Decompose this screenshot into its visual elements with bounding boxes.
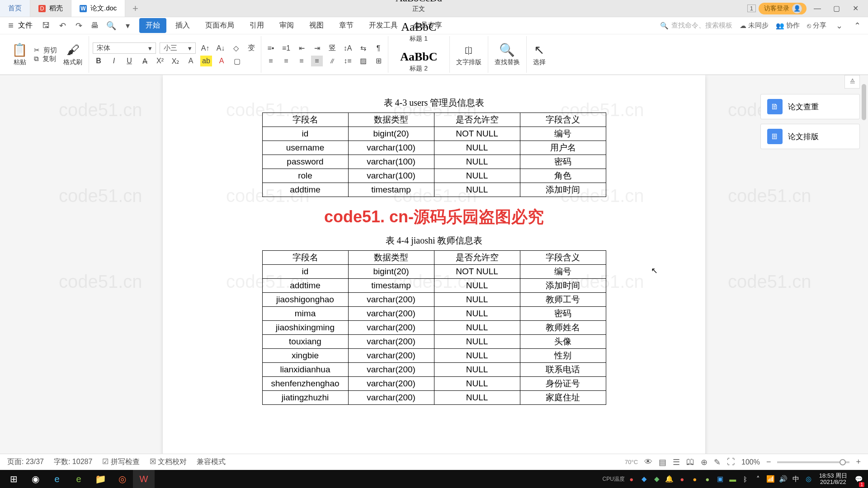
volume-icon[interactable]: 🔊	[778, 475, 789, 483]
zoom-slider[interactable]	[777, 461, 849, 463]
document-area[interactable]: code51.cncode51.cncode51.cncode51.cncode…	[0, 75, 868, 466]
tray-icon[interactable]: ◎	[803, 475, 815, 483]
strike-button[interactable]: A̶	[139, 56, 151, 66]
eye-icon[interactable]: 👁	[644, 457, 652, 467]
taskview-button[interactable]: ◉	[24, 470, 46, 488]
tray-icon[interactable]: ▬	[727, 475, 739, 483]
ime-icon[interactable]: 中	[790, 475, 802, 483]
undo-icon[interactable]: ↶	[57, 21, 68, 31]
tray-icon[interactable]: ●	[676, 475, 688, 483]
font-color-button[interactable]: A	[216, 56, 227, 66]
edge-icon[interactable]: e	[68, 470, 90, 488]
distribute-button[interactable]: ⫽	[326, 56, 338, 66]
tab-insert[interactable]: 插入	[169, 18, 196, 33]
zoom-value[interactable]: 100%	[741, 458, 760, 466]
tab-reference[interactable]: 引用	[243, 18, 270, 33]
collapse-ribbon-icon[interactable]: ⌃	[852, 21, 863, 31]
highlight-button[interactable]: ab	[200, 56, 212, 66]
tab-review[interactable]: 审阅	[273, 18, 300, 33]
grow-font-icon[interactable]: A↑	[199, 43, 211, 54]
explorer-icon[interactable]: 📁	[90, 470, 111, 488]
bullets-button[interactable]: ≡•	[265, 43, 277, 54]
text-direction-button[interactable]: ⎅文字排版	[453, 41, 484, 68]
justify-button[interactable]: ≡	[311, 56, 323, 66]
ie-icon[interactable]: e	[46, 470, 68, 488]
window-number[interactable]: 1	[747, 5, 756, 12]
status-words[interactable]: 字数: 10287	[54, 457, 92, 467]
close-button[interactable]: ✕	[847, 0, 863, 17]
redo-icon[interactable]: ↷	[73, 21, 84, 31]
pen-icon[interactable]: ✎	[714, 457, 721, 467]
tray-icon[interactable]: ●	[626, 475, 637, 483]
select-button[interactable]: ↖选择	[530, 41, 548, 68]
coop-button[interactable]: 👥协作	[776, 21, 800, 30]
increase-indent-button[interactable]: ⇥	[311, 43, 323, 54]
status-proof[interactable]: ☒ 文档校对	[150, 457, 187, 467]
borders-button[interactable]: ⊞	[373, 56, 384, 66]
format-brush-button[interactable]: 🖌格式刷	[61, 41, 85, 68]
asian-layout-button[interactable]: 竖	[326, 43, 338, 54]
shrink-font-icon[interactable]: A↓	[215, 43, 226, 54]
clock[interactable]: 18:53 周日2021/8/22	[816, 473, 851, 486]
side-paiban[interactable]: 🗏论文排版	[760, 124, 860, 149]
tab-start[interactable]: 开始	[139, 18, 166, 33]
vertical-scrollbar[interactable]	[861, 75, 867, 450]
notification-button[interactable]: 💬1	[852, 470, 865, 488]
start-button[interactable]: ⊞	[3, 470, 24, 488]
web-view-icon[interactable]: ⊕	[701, 457, 708, 467]
tab-pagelayout[interactable]: 页面布局	[199, 18, 241, 33]
decrease-indent-button[interactable]: ⇤	[296, 43, 307, 54]
read-view-icon[interactable]: 🕮	[686, 457, 694, 467]
tray-icon[interactable]: ●	[702, 475, 713, 483]
share-button[interactable]: ⎋分享	[807, 21, 826, 30]
font-family-select[interactable]: 宋体▾	[93, 42, 156, 54]
shading-button[interactable]: ▨	[357, 56, 369, 66]
bold-button[interactable]: B	[93, 56, 104, 66]
paste-button[interactable]: 📋粘贴	[9, 41, 30, 68]
font-size-select[interactable]: 小三▾	[160, 42, 196, 54]
tray-icon[interactable]: ◆	[651, 475, 663, 483]
tab-home[interactable]: 首页	[0, 0, 30, 17]
clear-format-icon[interactable]: ◇	[230, 43, 242, 54]
bluetooth-icon[interactable]: ᛒ	[740, 475, 751, 483]
phonetic-icon[interactable]: 变	[245, 43, 257, 54]
tab-daoke[interactable]: D稻壳	[30, 0, 71, 17]
style-normal[interactable]: AaBbCcDd正文	[392, 0, 446, 16]
tray-icon[interactable]: ●	[689, 475, 701, 483]
superscript-button[interactable]: X²	[154, 56, 166, 66]
char-border-button[interactable]: ▢	[231, 56, 243, 66]
side-toggle[interactable]: ≙	[844, 75, 860, 89]
cut-button[interactable]: ✂剪切	[34, 46, 57, 55]
caret-up-icon[interactable]: ˄	[752, 475, 764, 483]
outline-view-icon[interactable]: ☰	[673, 457, 680, 467]
copy-button[interactable]: ⧉复制	[34, 55, 57, 63]
print-icon[interactable]: 🖶	[90, 21, 100, 30]
tab-button[interactable]: ⇆	[357, 43, 369, 54]
subscript-button[interactable]: X₂	[170, 56, 181, 66]
page-view-icon[interactable]: ▤	[659, 457, 666, 467]
status-page[interactable]: 页面: 23/37	[7, 457, 44, 467]
search-box[interactable]: 🔍查找命令、搜索模板	[660, 21, 732, 30]
align-left-button[interactable]: ≡	[265, 56, 277, 66]
wifi-icon[interactable]: 📶	[765, 475, 777, 483]
wps-icon[interactable]: W	[133, 470, 155, 488]
fit-icon[interactable]: ⛶	[727, 457, 735, 467]
menu-burger-icon[interactable]: ≡	[5, 20, 16, 31]
preview-icon[interactable]: 🔍	[106, 21, 117, 31]
tray-icon[interactable]: ◆	[638, 475, 650, 483]
tray-bell-icon[interactable]: 🔔	[664, 475, 675, 483]
style-h1[interactable]: AaBbC标题 1	[397, 18, 440, 46]
tab-document[interactable]: W论文.doc	[71, 0, 125, 17]
save-icon[interactable]: 🖫	[41, 21, 52, 30]
show-marks-button[interactable]: ¶	[373, 43, 384, 54]
more-icon2[interactable]: ⌄	[834, 21, 844, 31]
sort-button[interactable]: ↕A	[342, 43, 354, 54]
tab-section[interactable]: 章节	[333, 18, 360, 33]
numbering-button[interactable]: ≡1	[280, 43, 292, 54]
tab-view[interactable]: 视图	[303, 18, 330, 33]
align-right-button[interactable]: ≡	[296, 56, 307, 66]
minimize-button[interactable]: —	[809, 0, 826, 17]
file-menu[interactable]: 文件	[18, 21, 33, 30]
new-tab-button[interactable]: +	[125, 0, 145, 17]
find-replace-button[interactable]: 🔍查找替换	[492, 41, 523, 68]
